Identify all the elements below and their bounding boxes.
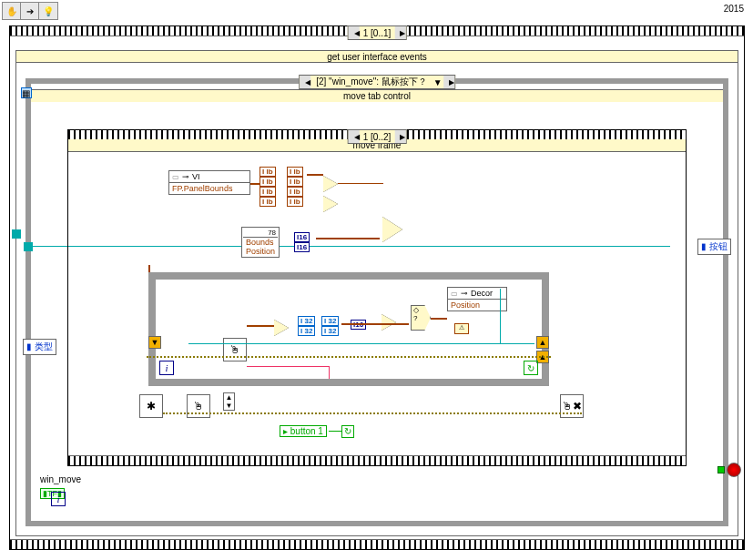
ctl-property-node[interactable]: 78 Bounds Position	[241, 227, 280, 258]
ilb-box: I lb	[287, 187, 303, 197]
case-label: [2] "win_move": 鼠标按下？	[310, 76, 432, 88]
bounds-row: Bounds	[243, 238, 278, 247]
mid-prev-button[interactable]: ◀	[349, 130, 360, 143]
mid-frame-selector[interactable]: ◀ 1 [0..2] ▶	[348, 129, 407, 144]
case-next-button[interactable]: ▶	[443, 76, 454, 88]
ilb-box: I lb	[287, 197, 303, 207]
event-filter-pane: ▮ 按钮	[697, 239, 731, 255]
arrow-tool-button[interactable]: ➔	[21, 3, 39, 19]
vi-property-node[interactable]: ▭⊸ VI FP.PanelBounds	[168, 170, 250, 195]
error-wire	[147, 356, 551, 358]
outer-frame-selector[interactable]: ◀ 1 [0..1] ▶	[348, 25, 407, 40]
case-selector[interactable]: ◀ [2] "win_move": 鼠标按下？ ▼ ▶	[299, 75, 455, 89]
ilb-box: I lb	[259, 197, 276, 207]
event-data-type-pane: ▮ 类型	[23, 339, 56, 355]
decor-property-node[interactable]: ▭⊸ Decor Position	[447, 287, 507, 311]
event-title: get user interface events	[15, 50, 738, 63]
i16-pair-1[interactable]: I16 I16	[294, 232, 310, 252]
error-out-node[interactable]: ⚠	[454, 323, 469, 334]
outer-while-index[interactable]: i	[51, 492, 66, 506]
outer-sequence-structure[interactable]: ◀ 1 [0..1] ▶ get user interface events ◀…	[9, 25, 745, 550]
loop-index-terminal[interactable]: i	[159, 361, 174, 375]
inner-while-loop[interactable]: I 32 I 32 I 32 I 32 I16 ◇? ▭⊸	[148, 272, 549, 386]
outer-tunnel-left[interactable]	[12, 229, 21, 239]
mouse-read-node[interactable]: 🖱	[223, 338, 247, 361]
add-node[interactable]	[382, 314, 396, 331]
mouse-node-1[interactable]: 🖱	[187, 394, 210, 418]
ilb-box: I lb	[259, 167, 276, 177]
event-inner: ◀ [2] "win_move": 鼠标按下？ ▼ ▶ move tab con…	[25, 78, 728, 526]
loop-condition-terminal[interactable]: ↻	[524, 361, 538, 375]
subtract-node-2[interactable]	[323, 196, 338, 212]
highlight-exec-button[interactable]: 💡	[39, 3, 57, 19]
toolbar: ✋ ➔ 💡	[2, 2, 58, 20]
shift-reg-right-up[interactable]: ▲	[536, 336, 549, 349]
mid-frame-label: 1 [0..2]	[360, 132, 395, 142]
bundle-i32[interactable]: I 32 I 32	[321, 316, 339, 336]
vi-node-panelbounds: FP.PanelBounds	[169, 183, 249, 194]
feedback-node[interactable]: ↻	[341, 425, 354, 438]
vi-node-class: VI	[192, 172, 200, 181]
subtract-node-main[interactable]	[382, 217, 402, 242]
win-move-label: win_move	[40, 474, 81, 484]
prev-frame-button[interactable]: ◀	[349, 26, 360, 39]
mouse-release-node[interactable]: 🖱✖	[560, 394, 584, 418]
unbundle-i32[interactable]: I 32 I 32	[298, 316, 315, 336]
case-subtitle: move tab control	[31, 89, 723, 102]
shift-reg-left[interactable]: ▼	[148, 336, 161, 349]
init-cursor-node[interactable]: ✱	[139, 394, 163, 418]
i16-box: I16	[294, 232, 310, 242]
stop-terminal[interactable]	[727, 463, 741, 477]
ilb-box: I lb	[259, 177, 276, 187]
ilb-box: I lb	[287, 177, 303, 187]
position-row: Position	[243, 247, 278, 256]
subtract-node-1[interactable]	[323, 176, 338, 192]
year-badge: 2015	[722, 4, 746, 14]
error-cluster-wire	[163, 412, 582, 414]
select-node[interactable]: ◇?	[411, 305, 431, 331]
stop-wire-tunnel[interactable]	[717, 466, 725, 473]
hand-tool-button[interactable]: ✋	[3, 3, 21, 19]
case-prev-button[interactable]: ◀	[300, 76, 310, 88]
decor-class: Decor	[471, 289, 493, 298]
i16-box: I16	[294, 242, 310, 252]
bundle-panelbounds[interactable]: I lb I lb I lb I lb	[287, 167, 303, 207]
autoindex-in[interactable]: ▲▼	[223, 392, 235, 411]
mid-sequence-structure[interactable]: ◀ 1 [0..2] ▶ move frame ▭⊸ VI FP.PanelBo…	[67, 129, 687, 466]
next-frame-button[interactable]: ▶	[394, 26, 405, 39]
unbundle-panelbounds[interactable]: I lb I lb I lb I lb	[259, 167, 276, 207]
event-tunnel-left[interactable]	[24, 242, 33, 251]
event-structure[interactable]: get user interface events ◀ [2] "win_mov…	[15, 50, 738, 536]
outer-frame-label: 1 [0..1]	[360, 28, 395, 38]
case-dropdown[interactable]: ▼	[432, 77, 443, 87]
ilb-box: I lb	[287, 167, 303, 177]
ilb-box: I lb	[259, 187, 276, 197]
button1-constant[interactable]: ▸ button 1	[280, 425, 327, 437]
decor-position: Position	[448, 300, 506, 311]
mid-next-button[interactable]: ▶	[394, 130, 405, 143]
outer-indexed-tunnel[interactable]: ▦	[21, 87, 32, 98]
subtract-node-loop[interactable]	[274, 320, 289, 336]
